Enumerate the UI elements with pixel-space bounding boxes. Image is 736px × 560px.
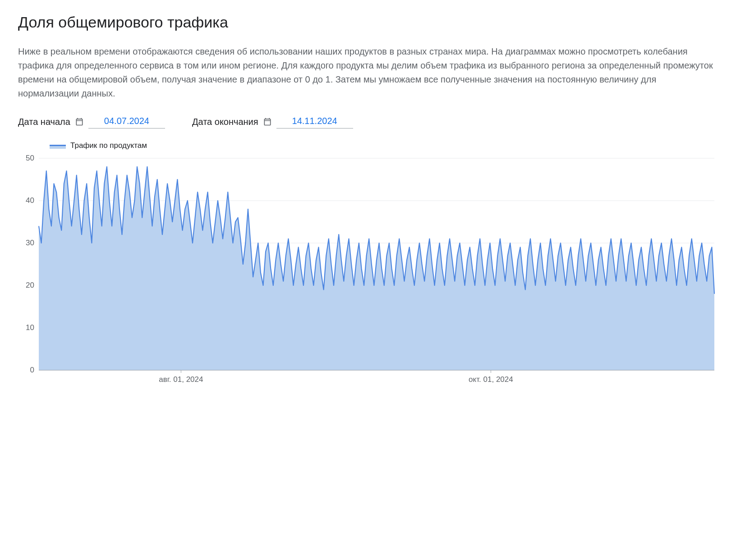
legend-label: Трафик по продуктам bbox=[70, 141, 147, 150]
calendar-icon[interactable] bbox=[75, 117, 84, 126]
svg-text:20: 20 bbox=[26, 281, 34, 289]
svg-text:50: 50 bbox=[26, 154, 34, 162]
legend-swatch-icon bbox=[50, 142, 66, 149]
svg-text:10: 10 bbox=[26, 323, 34, 332]
date-start-field: Дата начала 04.07.2024 bbox=[18, 115, 165, 129]
svg-text:окт. 01, 2024: окт. 01, 2024 bbox=[469, 375, 513, 384]
page-title: Доля общемирового трафика bbox=[18, 14, 718, 31]
svg-text:30: 30 bbox=[26, 239, 34, 247]
date-start-label: Дата начала bbox=[18, 117, 70, 127]
svg-text:40: 40 bbox=[26, 196, 34, 205]
legend: Трафик по продуктам bbox=[50, 141, 718, 150]
date-start-input[interactable]: 04.07.2024 bbox=[88, 115, 165, 129]
date-end-label: Дата окончания bbox=[192, 117, 258, 127]
description-text: Ниже в реальном времени отображаются све… bbox=[18, 45, 717, 101]
calendar-icon[interactable] bbox=[263, 117, 272, 126]
date-end-input[interactable]: 14.11.2024 bbox=[276, 115, 353, 129]
svg-text:авг. 01, 2024: авг. 01, 2024 bbox=[159, 375, 203, 384]
traffic-chart: 01020304050авг. 01, 2024окт. 01, 2024 bbox=[18, 154, 717, 390]
date-controls: Дата начала 04.07.2024 Дата окончания 14… bbox=[18, 115, 718, 129]
date-end-field: Дата окончания 14.11.2024 bbox=[192, 115, 353, 129]
svg-text:0: 0 bbox=[30, 366, 34, 374]
